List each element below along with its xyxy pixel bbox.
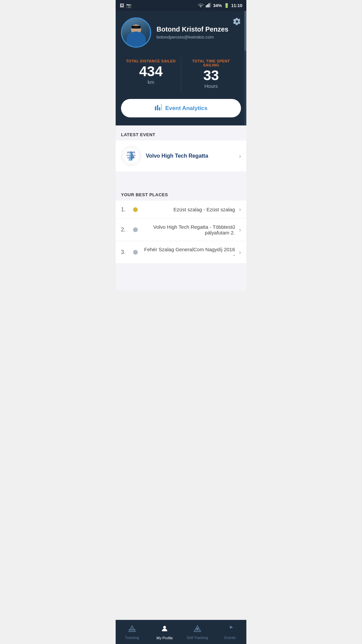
wifi-icon bbox=[198, 3, 204, 8]
profile-icon bbox=[161, 625, 169, 635]
latest-event-header: LATEST EVENT bbox=[116, 125, 246, 141]
analytics-label: Event Analytics bbox=[165, 105, 207, 112]
tracking-label: Tracking bbox=[125, 636, 139, 640]
profile-header: Botond Kristof Penzes botondpenzes@kwind… bbox=[116, 11, 246, 56]
spacer bbox=[116, 172, 246, 185]
svg-marker-13 bbox=[129, 626, 135, 632]
place-dot-3 bbox=[133, 250, 138, 255]
bottom-nav: Tracking My Profile Self Tracking E bbox=[116, 620, 246, 644]
analytics-button-wrap: Event Analytics bbox=[116, 99, 246, 125]
place-name-2: Volvo High Tech Regatta - Többtestű pály… bbox=[142, 224, 235, 235]
chevron-right-icon-3: › bbox=[239, 249, 241, 256]
stat-distance: TOTAL DISTANCE SAILED 434 km bbox=[121, 56, 181, 92]
status-left-icons: 🖼 📷 bbox=[120, 3, 131, 8]
chevron-right-icon: › bbox=[239, 153, 241, 160]
svg-rect-7 bbox=[161, 104, 162, 110]
svg-rect-5 bbox=[157, 105, 158, 110]
status-right-icons: 34% 🔋 11:10 bbox=[198, 3, 242, 8]
stat-time-label: TOTAL TIME SPENT SAILING bbox=[184, 59, 239, 67]
place-rank-1: 1. bbox=[121, 207, 129, 213]
place-dot-1 bbox=[133, 207, 138, 212]
svg-rect-3 bbox=[210, 3, 211, 7]
settings-button[interactable] bbox=[233, 17, 241, 28]
events-icon bbox=[226, 625, 234, 634]
nav-my-profile[interactable]: My Profile bbox=[148, 620, 181, 644]
my-profile-label: My Profile bbox=[157, 636, 173, 640]
place-name-1: Ezüst szalag - Ezüst szalag bbox=[142, 207, 235, 212]
svg-rect-2 bbox=[208, 3, 209, 7]
svg-point-15 bbox=[163, 626, 166, 629]
stat-distance-value: 434 bbox=[124, 64, 178, 78]
best-place-item-2[interactable]: 2. Volvo High Tech Regatta - Többtestű p… bbox=[116, 219, 246, 241]
latest-event-item[interactable]: VOLVO HIGH TECH REGATTA Volvo High Tech … bbox=[116, 141, 246, 171]
events-label: Events bbox=[224, 636, 236, 640]
image-icon: 🖼 bbox=[120, 3, 124, 8]
nav-self-tracking[interactable]: Self Tracking bbox=[181, 620, 214, 644]
stat-distance-unit: km bbox=[124, 79, 178, 85]
event-name: Volvo High Tech Regatta bbox=[146, 153, 234, 159]
signal-icon bbox=[206, 3, 211, 8]
status-bar: 🖼 📷 34% 🔋 11:10 bbox=[116, 0, 246, 11]
nav-events[interactable]: Events bbox=[214, 620, 247, 644]
event-logo: VOLVO HIGH TECH REGATTA bbox=[121, 146, 141, 166]
place-name-3: Fehér Szalag GeneralCom Nagydíj 2016 - bbox=[142, 247, 235, 258]
profile-info: Botond Kristof Penzes botondpenzes@kwind… bbox=[157, 25, 241, 40]
nav-tracking[interactable]: Tracking bbox=[116, 620, 148, 644]
stat-time: TOTAL TIME SPENT SAILING 33 Hours bbox=[181, 56, 241, 92]
chart-icon bbox=[155, 104, 162, 113]
event-analytics-button[interactable]: Event Analytics bbox=[121, 99, 241, 117]
svg-rect-0 bbox=[206, 5, 207, 7]
place-rank-2: 2. bbox=[121, 227, 129, 233]
svg-rect-4 bbox=[155, 106, 156, 110]
stats-section: TOTAL DISTANCE SAILED 434 km TOTAL TIME … bbox=[116, 56, 246, 99]
main-content: LATEST EVENT VOLVO HIGH TECH REGATTA Vol… bbox=[116, 125, 246, 290]
time-display: 11:10 bbox=[231, 3, 242, 8]
best-place-item-3[interactable]: 3. Fehér Szalag GeneralCom Nagydíj 2016 … bbox=[116, 241, 246, 264]
stat-time-unit: Hours bbox=[184, 83, 239, 89]
profile-email: botondpenzes@kwindoo.com bbox=[157, 35, 241, 40]
self-tracking-label: Self Tracking bbox=[187, 636, 208, 640]
best-places-header: YOUR BEST PLACES bbox=[116, 185, 246, 201]
tracking-icon bbox=[128, 625, 136, 634]
place-rank-3: 3. bbox=[121, 249, 129, 255]
battery-level: 34% bbox=[213, 3, 222, 8]
battery-icon: 🔋 bbox=[224, 3, 229, 8]
stat-distance-label: TOTAL DISTANCE SAILED bbox=[124, 59, 178, 63]
self-tracking-icon bbox=[193, 625, 201, 634]
svg-rect-1 bbox=[207, 4, 208, 7]
chevron-right-icon-2: › bbox=[239, 226, 241, 233]
scroll-indicator bbox=[244, 11, 246, 125]
profile-name: Botond Kristof Penzes bbox=[157, 25, 241, 33]
svg-point-18 bbox=[196, 628, 198, 630]
svg-rect-6 bbox=[159, 107, 160, 110]
camera-icon: 📷 bbox=[126, 3, 131, 8]
avatar bbox=[121, 17, 151, 48]
stat-time-value: 33 bbox=[184, 68, 239, 83]
best-place-item-1[interactable]: 1. Ezüst szalag - Ezüst szalag › bbox=[116, 201, 246, 219]
place-dot-2 bbox=[133, 227, 138, 232]
chevron-right-icon-1: › bbox=[239, 206, 241, 213]
